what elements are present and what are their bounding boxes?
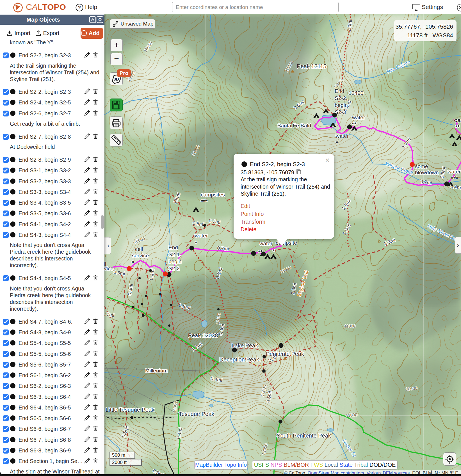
svg-text:3D: 3D <box>113 77 119 81</box>
svg-text:?: ? <box>78 5 81 10</box>
